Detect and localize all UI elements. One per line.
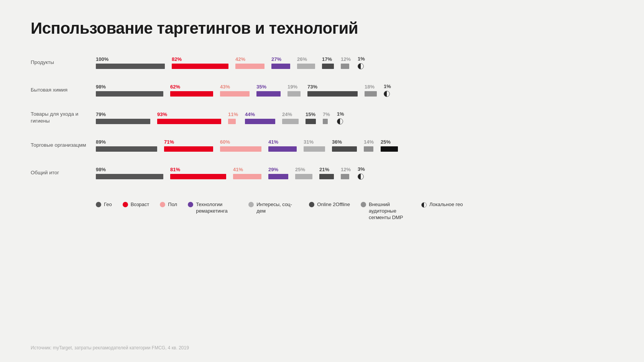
bar-col: 12% — [341, 56, 351, 69]
bar-track — [268, 146, 297, 152]
bar-track — [256, 91, 281, 97]
bar-track — [268, 174, 288, 179]
bar-track — [297, 64, 315, 69]
bar-pct: 93% — [157, 111, 167, 117]
half-circle-icon — [358, 63, 364, 69]
bar-track — [306, 119, 316, 124]
bar-pct: 1% — [384, 84, 391, 89]
bar-col: 1% — [384, 84, 391, 97]
bar-track — [228, 119, 236, 124]
legend-label: Внешний аудиторные сегменты DMP — [369, 201, 411, 221]
bar-col: 100% — [96, 56, 165, 69]
bar-track — [245, 119, 275, 124]
bar-track — [365, 91, 377, 97]
bar-pct: 43% — [220, 84, 230, 90]
bar-pct: 27% — [271, 56, 281, 62]
bar-pct: 25% — [295, 167, 305, 172]
bar-track — [381, 146, 398, 152]
legend-label: Технологии ремаркетинга — [196, 201, 238, 215]
legend-label: Возраст — [131, 201, 150, 208]
bar-track — [307, 91, 358, 97]
chart-row: Общий итог98%81%41%29%25%21%12%3% — [31, 163, 613, 182]
bar-col: 43% — [220, 84, 250, 97]
bar-pct: 36% — [332, 139, 342, 145]
bar-pct: 12% — [341, 56, 351, 62]
legend-dot — [123, 202, 128, 207]
bar-track — [164, 146, 213, 152]
bar-pct: 41% — [268, 139, 278, 145]
legend-dot — [248, 202, 254, 207]
bar-pct: 62% — [170, 84, 180, 90]
bar-track — [332, 146, 357, 152]
bar-pct: 29% — [268, 167, 278, 172]
legend-dot — [361, 202, 366, 207]
legend-dot-half — [421, 202, 427, 208]
legend-item: Гео — [96, 201, 112, 208]
bar-pct: 98% — [96, 84, 106, 90]
row-label: Бытовая химия — [31, 87, 96, 93]
bars-group: 89%71%60%41%31%36%14%25% — [96, 139, 613, 152]
bar-track — [96, 174, 163, 179]
bar-pct: 19% — [288, 84, 297, 90]
bar-col: 62% — [170, 84, 213, 97]
bar-pct: 14% — [364, 139, 374, 145]
bar-pct: 82% — [172, 56, 182, 62]
bar-track — [96, 146, 157, 152]
bar-track — [323, 119, 328, 124]
bar-track — [322, 64, 334, 69]
legend: ГеоВозрастПолТехнологии ремаркетингаИнте… — [31, 201, 613, 221]
bar-track — [96, 64, 165, 69]
bar-col: 79% — [96, 111, 150, 124]
bar-track — [96, 119, 150, 124]
bar-col: 25% — [381, 139, 398, 152]
main-container: Использование таргетингов и технологий П… — [0, 0, 644, 233]
bar-track — [364, 146, 373, 152]
bar-col: 3% — [358, 166, 365, 180]
bar-pct: 17% — [322, 56, 332, 62]
row-label: Торговые организацмм — [31, 142, 96, 149]
bar-col: 11% — [228, 111, 238, 124]
bar-pct: 15% — [306, 111, 315, 117]
bar-track — [295, 174, 312, 179]
bar-col: 25% — [295, 167, 312, 179]
legend-label: Гео — [104, 201, 112, 208]
bar-pct: 73% — [307, 84, 317, 90]
row-label: Товары для ухода и гигиены — [31, 111, 96, 124]
page-title: Использование таргетингов и технологий — [31, 19, 613, 38]
bars-group: 98%81%41%29%25%21%12%3% — [96, 166, 613, 180]
half-circle-icon — [384, 91, 390, 97]
bar-col: 41% — [268, 139, 297, 152]
bar-col: 24% — [282, 111, 299, 124]
legend-label: Локальное гео — [429, 201, 463, 208]
bar-col: 27% — [271, 56, 290, 69]
bar-track — [96, 91, 163, 97]
bar-pct: 26% — [297, 56, 307, 62]
bar-track — [341, 64, 349, 69]
legend-dot — [96, 202, 101, 207]
bars-group: 79%93%11%44%24%15%7%1% — [96, 111, 613, 124]
bar-col: 15% — [306, 111, 316, 124]
bars-group: 98%62%43%35%19%73%18%1% — [96, 84, 613, 97]
bar-track — [220, 146, 261, 152]
bar-col: 89% — [96, 139, 157, 152]
legend-label: Пол — [168, 201, 177, 208]
bar-track — [170, 91, 213, 97]
bar-col: 73% — [307, 84, 358, 97]
legend-item: Возраст — [123, 201, 150, 208]
chart-row: Товары для ухода и гигиены79%93%11%44%24… — [31, 108, 613, 127]
bar-col: 81% — [170, 167, 226, 179]
chart-area: Продукты100%82%42%27%26%17%12%1%Бытовая … — [31, 53, 613, 182]
bar-col: 29% — [268, 167, 288, 179]
bar-pct: 100% — [96, 56, 108, 62]
bar-track — [282, 119, 299, 124]
bar-pct: 35% — [256, 84, 266, 90]
bar-pct: 31% — [304, 139, 314, 145]
legend-item: Пол — [160, 201, 177, 208]
bar-col: 14% — [364, 139, 374, 152]
bar-col: 21% — [319, 167, 334, 179]
legend-dot — [309, 202, 314, 207]
bar-pct: 12% — [341, 167, 351, 172]
row-label: Общий итог — [31, 169, 96, 176]
bar-track — [172, 64, 228, 69]
bar-pct: 42% — [235, 56, 245, 62]
